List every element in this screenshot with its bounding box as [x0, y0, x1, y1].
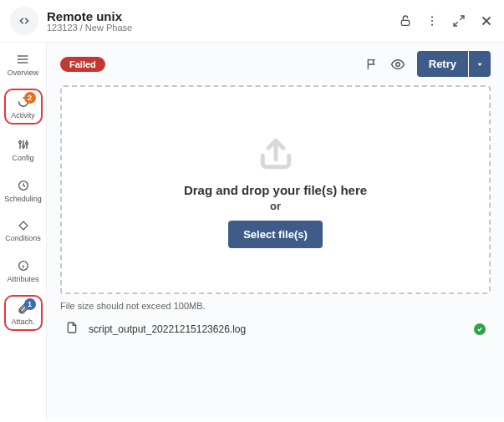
- svg-point-18: [22, 145, 24, 148]
- sidebar-item-attributes[interactable]: Attributes: [4, 254, 43, 287]
- svg-point-19: [25, 142, 28, 145]
- sidebar-item-config[interactable]: Config: [4, 133, 43, 165]
- svg-line-5: [454, 22, 458, 26]
- file-icon: [65, 321, 79, 338]
- sidebar: Overview 2 Activity Config Scheduling Co…: [0, 43, 47, 419]
- file-row[interactable]: script_output_20221215123626.log: [60, 311, 491, 348]
- retry-dropdown-icon[interactable]: [469, 51, 491, 77]
- file-size-hint: File size should not exceed 100MB.: [60, 301, 491, 311]
- sidebar-item-activity[interactable]: 2 Activity: [4, 89, 43, 125]
- eye-icon[interactable]: [390, 57, 405, 72]
- sidebar-item-label: Conditions: [5, 234, 41, 242]
- breadcrumb: 123123 / New Phase: [47, 23, 399, 33]
- svg-point-12: [18, 59, 18, 60]
- svg-point-3: [431, 24, 433, 26]
- file-name: script_output_20221215123626.log: [89, 323, 474, 335]
- svg-point-25: [396, 62, 400, 66]
- svg-rect-21: [19, 221, 28, 230]
- page-title: Remote unix: [47, 9, 399, 23]
- retry-button[interactable]: Retry: [417, 51, 468, 77]
- dropzone-or: or: [270, 200, 281, 212]
- dropzone-text: Drag and drop your file(s) here: [184, 183, 367, 197]
- topbar-actions: [399, 13, 494, 28]
- main-header: Failed Retry: [60, 51, 491, 77]
- sidebar-item-scheduling[interactable]: Scheduling: [4, 174, 43, 206]
- sidebar-item-label: Attributes: [7, 275, 38, 283]
- expand-icon[interactable]: [452, 14, 466, 28]
- flag-icon[interactable]: [365, 58, 379, 71]
- sidebar-item-label: Activity: [11, 111, 35, 119]
- activity-badge: 2: [24, 92, 36, 104]
- select-files-button[interactable]: Select file(s): [228, 221, 323, 248]
- svg-point-17: [18, 141, 21, 144]
- lock-icon[interactable]: [399, 14, 412, 28]
- title-block: Remote unix 123123 / New Phase: [47, 9, 399, 33]
- attach-badge: 1: [24, 298, 36, 310]
- status-badge: Failed: [60, 57, 105, 72]
- svg-point-11: [18, 56, 18, 57]
- svg-line-4: [460, 16, 464, 20]
- sidebar-item-label: Scheduling: [4, 195, 42, 203]
- success-icon: [474, 323, 486, 335]
- sidebar-item-overview[interactable]: Overview: [4, 48, 43, 80]
- main-panel: Failed Retry Drag and drop your file(s) …: [47, 43, 504, 419]
- svg-point-13: [18, 63, 18, 64]
- upload-icon: [249, 131, 303, 176]
- app-type-icon: [10, 7, 38, 35]
- topbar: Remote unix 123123 / New Phase: [0, 0, 504, 43]
- sidebar-item-attach[interactable]: 1 Attach.: [4, 295, 43, 331]
- sidebar-item-label: Config: [12, 154, 33, 162]
- more-icon[interactable]: [425, 14, 439, 28]
- svg-point-2: [431, 20, 433, 22]
- retry-group: Retry: [417, 51, 491, 77]
- svg-marker-26: [478, 63, 482, 65]
- file-dropzone[interactable]: Drag and drop your file(s) here or Selec…: [60, 85, 491, 294]
- sidebar-item-label: Attach.: [11, 318, 34, 326]
- sidebar-item-label: Overview: [8, 69, 39, 77]
- close-icon[interactable]: [479, 13, 494, 28]
- sidebar-item-conditions[interactable]: Conditions: [4, 215, 43, 246]
- svg-rect-0: [401, 20, 409, 25]
- svg-point-1: [431, 16, 433, 18]
